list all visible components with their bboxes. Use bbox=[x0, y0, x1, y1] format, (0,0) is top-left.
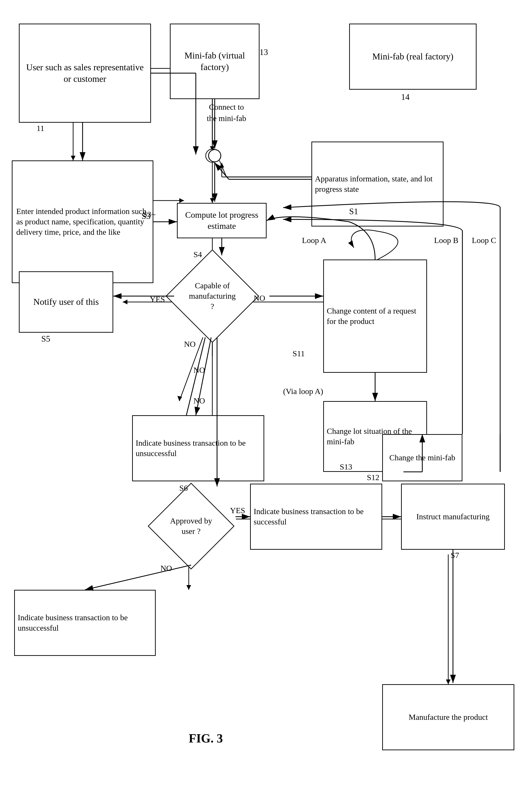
diagram: User such as sales representative or cus… bbox=[0, 0, 532, 788]
flowchart-svg bbox=[0, 0, 532, 788]
svg-point-41 bbox=[209, 150, 221, 162]
svg-line-43 bbox=[215, 163, 229, 179]
svg-line-50 bbox=[186, 337, 205, 415]
svg-line-49 bbox=[196, 337, 211, 415]
svg-line-59 bbox=[85, 565, 191, 590]
